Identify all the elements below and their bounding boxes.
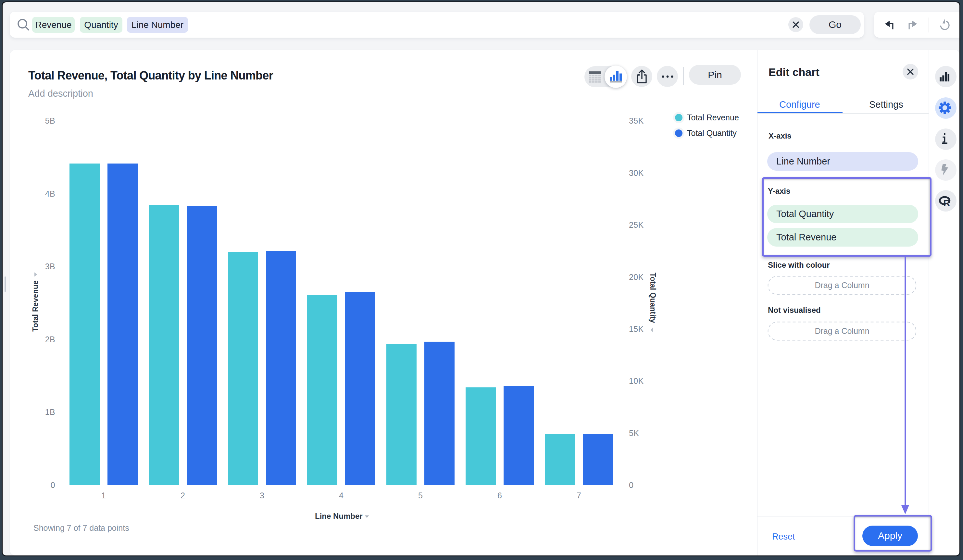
svg-text:R: R <box>944 197 950 208</box>
